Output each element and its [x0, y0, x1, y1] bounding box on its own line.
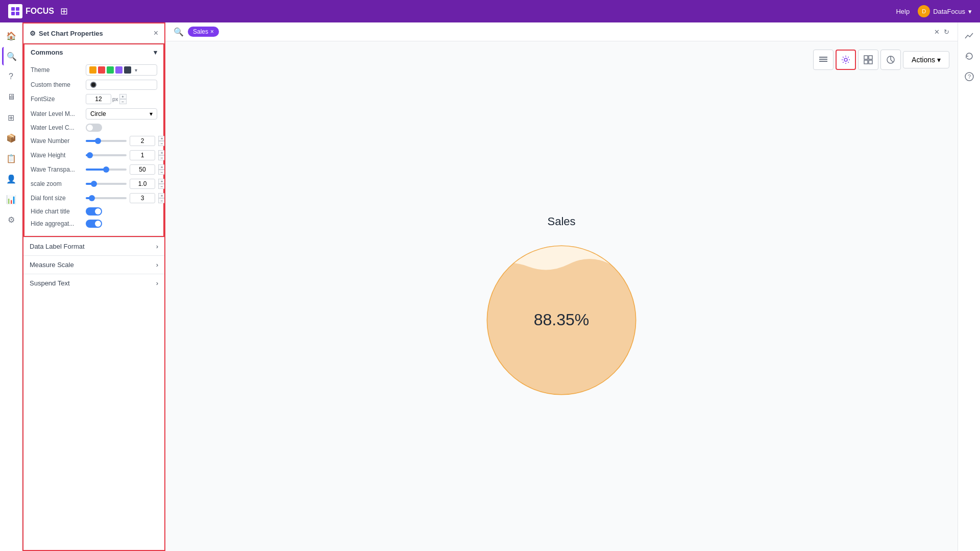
commons-section-header[interactable]: Commons ▾ — [24, 44, 163, 60]
scale-zoom-decrement[interactable]: − — [158, 184, 165, 189]
sidebar-item-settings[interactable]: ⚙ — [2, 210, 20, 229]
svg-rect-1 — [16, 7, 19, 11]
svg-point-7 — [844, 58, 847, 61]
svg-rect-4 — [819, 57, 827, 58]
dial-font-size-increment[interactable]: + — [158, 193, 165, 198]
custom-theme-dot — [90, 82, 96, 88]
suspend-text-section[interactable]: Suspend Text › — [23, 274, 164, 292]
scale-zoom-row: scale zoom 1.0 + − — [31, 179, 157, 189]
user-name: DataFocus — [933, 8, 965, 15]
theme-label: Theme — [31, 66, 82, 74]
hide-chart-title-toggle-knob — [95, 208, 101, 214]
water-level-mode-dropdown[interactable]: Circle ▾ — [86, 108, 157, 119]
theme-selector[interactable]: ▾ — [86, 64, 157, 76]
wave-height-increment[interactable]: + — [158, 150, 165, 155]
theme-dropdown-arrow: ▾ — [135, 67, 137, 73]
wave-number-input[interactable]: 2 — [130, 136, 155, 146]
fontsize-decrement[interactable]: − — [119, 99, 127, 104]
measure-scale-arrow: › — [156, 261, 158, 269]
suspend-text-label: Suspend Text — [30, 279, 70, 287]
sidebar-item-clipboard[interactable]: 📋 — [2, 149, 20, 167]
hide-chart-title-row: Hide chart title — [31, 207, 157, 215]
wave-number-stepper: + − — [158, 136, 165, 146]
wave-transparency-label: Wave Transpa... — [31, 166, 82, 173]
search-tag-remove[interactable]: × — [210, 28, 214, 35]
wave-transparency-input[interactable]: 50 — [130, 164, 155, 175]
sidebar-item-monitor[interactable]: 🖥 — [2, 88, 20, 106]
svg-rect-0 — [11, 7, 15, 11]
panel-header: ⚙ Set Chart Properties × — [23, 23, 164, 43]
custom-theme-row: Custom theme — [31, 80, 157, 90]
chart-visualization: Sales — [174, 74, 949, 543]
panel-title: ⚙ Set Chart Properties — [30, 30, 103, 37]
app-logo[interactable]: FOCUS — [8, 4, 54, 18]
custom-theme-control — [86, 80, 157, 90]
svg-rect-9 — [869, 56, 872, 59]
custom-theme-input[interactable] — [86, 80, 157, 90]
dial-font-size-thumb — [89, 195, 95, 201]
water-level-color-toggle[interactable] — [86, 124, 102, 132]
water-level-color-row: Water Level C... — [31, 124, 157, 132]
fontsize-input[interactable]: 12 — [86, 94, 111, 104]
sidebar-item-user[interactable]: 👤 — [2, 170, 20, 188]
search-tag-sales[interactable]: Sales × — [188, 27, 219, 37]
sidebar-item-help[interactable]: ? — [2, 67, 20, 86]
search-bar: 🔍 Sales × ✕ ↻ — [165, 22, 958, 41]
sidebar-item-analytics[interactable]: 📊 — [2, 190, 20, 208]
search-clear-icon[interactable]: ✕ — [934, 28, 940, 36]
line-chart-icon[interactable] — [960, 27, 978, 45]
scale-zoom-increment[interactable]: + — [158, 179, 165, 184]
user-menu[interactable]: D DataFocus ▾ — [918, 5, 972, 17]
svg-rect-8 — [864, 56, 868, 59]
wave-height-decrement[interactable]: − — [158, 155, 165, 160]
wave-number-increment[interactable]: + — [158, 136, 165, 141]
wave-number-decrement[interactable]: − — [158, 141, 165, 146]
svg-rect-3 — [16, 12, 19, 15]
sidebar-item-home[interactable]: 🏠 — [2, 27, 20, 45]
question-icon[interactable]: ? — [960, 67, 978, 86]
chart-area: Actions ▾ Sales — [165, 41, 958, 551]
main-layout: 🏠 🔍 ? 🖥 ⊞ 📦 📋 👤 📊 ⚙ ⚙ Set Chart Properti… — [0, 22, 980, 551]
theme-color-2 — [98, 66, 105, 74]
scale-zoom-input[interactable]: 1.0 — [130, 179, 155, 189]
wave-height-input[interactable]: 1 — [130, 150, 155, 160]
table-view-button[interactable] — [813, 50, 834, 70]
add-tab-button[interactable]: ⊞ — [60, 6, 68, 17]
wave-transparency-decrement[interactable]: − — [158, 170, 165, 175]
hide-chart-title-toggle[interactable] — [86, 207, 102, 215]
panel-close-button[interactable]: × — [154, 29, 158, 38]
sidebar-item-grid[interactable]: ⊞ — [2, 108, 20, 127]
settings-button[interactable] — [836, 50, 856, 70]
fontsize-increment[interactable]: + — [119, 94, 127, 99]
nav-right: Help D DataFocus ▾ — [896, 5, 972, 17]
chart-title: Sales — [547, 215, 575, 228]
commons-section-body: Theme ▾ Custom theme — [24, 60, 163, 236]
dial-font-size-track[interactable] — [86, 197, 127, 199]
water-level-mode-row: Water Level M... Circle ▾ — [31, 108, 157, 119]
wave-transparency-track[interactable] — [86, 169, 127, 171]
grid-button[interactable] — [858, 50, 878, 70]
dial-font-size-decrement[interactable]: − — [158, 198, 165, 203]
wave-number-track[interactable] — [86, 140, 127, 142]
dial-font-size-label: Dial font size — [31, 195, 82, 202]
scale-zoom-track[interactable] — [86, 183, 127, 185]
custom-theme-label: Custom theme — [31, 81, 82, 88]
sidebar-item-box[interactable]: 📦 — [2, 129, 20, 147]
help-link[interactable]: Help — [896, 8, 910, 15]
search-refresh-icon[interactable]: ↻ — [944, 28, 949, 36]
dial-font-size-input[interactable]: 3 — [130, 193, 155, 203]
refresh-icon[interactable] — [960, 47, 978, 65]
svg-rect-6 — [819, 61, 827, 62]
wave-transparency-thumb — [103, 166, 109, 173]
sidebar-item-search[interactable]: 🔍 — [2, 47, 20, 65]
hide-aggregat-toggle[interactable] — [86, 220, 102, 228]
wave-transparency-increment[interactable]: + — [158, 164, 165, 170]
svg-rect-5 — [819, 59, 827, 60]
measure-scale-section[interactable]: Measure Scale › — [23, 255, 164, 274]
data-label-format-section[interactable]: Data Label Format › — [23, 237, 164, 255]
actions-button[interactable]: Actions ▾ — [903, 51, 949, 68]
wave-height-track[interactable] — [86, 154, 127, 156]
chart-type-button[interactable] — [880, 50, 901, 70]
hide-chart-title-control — [86, 207, 157, 215]
water-level-chart: 88.35% — [480, 238, 643, 402]
